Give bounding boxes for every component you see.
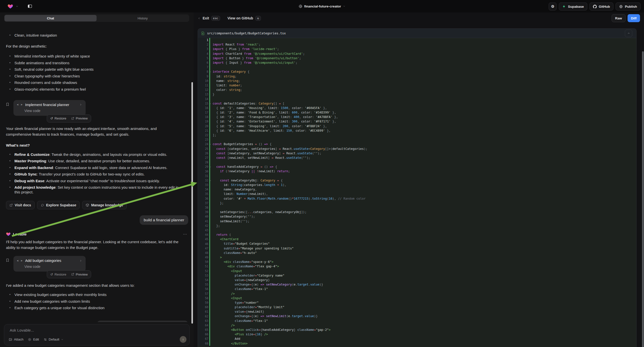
workspace-chevron-down-icon[interactable] — [16, 5, 18, 8]
code-text: className="flex-1" — [210, 287, 268, 291]
code-text: value={newCategory} — [210, 278, 270, 282]
code-line: 54 value={newCategory} — [198, 278, 636, 282]
arrow-up-icon: ↑ — [182, 338, 184, 342]
view-code-link[interactable]: View code — [24, 109, 82, 113]
attach-button[interactable]: Attach — [9, 338, 24, 341]
next-steps-list: Refine & Customize: Tweak the design, an… — [6, 152, 185, 195]
code-text: const [newCategory, setNewCategory] = Re… — [210, 151, 322, 156]
tab-history[interactable]: History — [96, 15, 189, 22]
code-line: 48 className="h-auto" — [198, 251, 636, 255]
version-hover-toolbar: ↺ Restore Preview — [47, 114, 91, 122]
code-text: <Plus size={16} /> — [210, 332, 268, 336]
code-line: 40 setNewCategory(''); — [198, 214, 636, 219]
supabase-button[interactable]: Supabase — [559, 2, 587, 10]
mode-selector[interactable]: Default — [44, 338, 64, 341]
explore-supabase-button[interactable]: Explore Supabase — [37, 201, 80, 209]
lovable-heart-icon — [6, 232, 11, 236]
code-line: 60 placeholder="Monthly limit" — [198, 305, 636, 310]
send-button[interactable]: ↑ — [180, 336, 186, 343]
restore-button[interactable]: ↺ Restore — [48, 116, 68, 121]
project-switcher[interactable]: financial-future-creator — [298, 0, 346, 12]
bookmark-icon[interactable] — [6, 258, 10, 262]
chat-scroll-area[interactable]: Clean, intuitive navigation For the desi… — [0, 24, 194, 322]
top-bar: financial-future-creator ⚙ Supabase GitH… — [0, 0, 644, 12]
code-text: name: newCategory, — [210, 187, 257, 192]
fold-chevron-icon[interactable]: ⌄ — [210, 142, 211, 145]
line-number: 39 — [198, 210, 209, 214]
code-line: 59 type="number" — [198, 300, 636, 305]
line-number: 33 — [198, 183, 209, 187]
project-icon — [298, 4, 302, 8]
project-name: financial-future-creator — [304, 4, 341, 8]
version-card[interactable]: < > Implement financial planner View cod… — [14, 100, 86, 116]
diff-toggle-button[interactable]: Diff — [628, 14, 640, 22]
visit-docs-button[interactable]: Visit docs — [6, 201, 34, 209]
toggle-sidebar-icon[interactable] — [28, 4, 32, 9]
bookmark-icon[interactable] — [6, 102, 10, 106]
code-line: 5import { Button } from '@/components/ui… — [198, 56, 636, 60]
fold-chevron-icon[interactable]: ⌄ — [210, 179, 211, 181]
code-line: 15⌄const defaultCategories: Category[] =… — [198, 101, 636, 106]
line-number: 53 — [198, 273, 209, 278]
code-text: }; — [210, 201, 224, 205]
manage-knowledge-label: Manage knowledge — [91, 203, 123, 207]
message-menu-icon[interactable]: ⋯ — [183, 232, 189, 236]
code-line: 1 — [198, 38, 636, 42]
code-text: color: '#' + Math.floor(Math.random()*16… — [210, 196, 366, 201]
code-text: <div className="flex gap-4"> — [210, 264, 279, 268]
version-card-title: Implement financial planner — [25, 103, 77, 107]
code-line: 42 }; — [198, 224, 636, 228]
code-line: 65 <Button onClick={handleAddCategory} c… — [198, 328, 636, 332]
code-text: { id: '1', name: 'Housing', limit: 1500,… — [210, 106, 327, 110]
fold-chevron-icon[interactable]: ⌄ — [210, 165, 211, 168]
lovable-logo-heart-icon[interactable] — [8, 4, 13, 9]
image-icon — [9, 338, 12, 341]
assistant-name: Lovable — [13, 232, 181, 236]
publish-button[interactable]: Publish — [616, 2, 640, 10]
line-number: 7 — [198, 65, 209, 70]
file-path-bar: src/components/budget/BudgetCategories.t… — [198, 29, 636, 38]
code-scrollbar-thumb[interactable] — [642, 51, 644, 347]
code-line: 10 name: string; — [198, 79, 636, 83]
quick-action-row: Visit docs Explore Supabase Manage knowl… — [6, 201, 189, 209]
manage-knowledge-button[interactable]: Manage knowledge — [82, 201, 126, 209]
preview-button[interactable]: Preview — [69, 272, 90, 277]
list-item: Add new budget categories with custom li… — [8, 299, 189, 304]
version-card[interactable]: < > Add budget categories View code — [14, 256, 86, 272]
raw-toggle-button[interactable]: Raw — [612, 14, 626, 22]
line-number: 67 — [198, 336, 209, 341]
design-bullet-list: Minimalist interface with plenty of whit… — [6, 54, 189, 92]
exit-button[interactable]: Exit ESC — [198, 16, 220, 21]
chat-scrollbar-thumb[interactable] — [192, 82, 193, 324]
fold-chevron-icon[interactable]: ⌄ — [210, 70, 211, 72]
code-text: const handleAddCategory = () => { — [210, 164, 277, 169]
restore-button[interactable]: ↺ Restore — [48, 272, 68, 277]
line-number: 18 — [198, 115, 209, 119]
added-bullet-list: View existing budget categories with the… — [6, 292, 189, 310]
tab-chat[interactable]: Chat — [4, 15, 96, 22]
collapse-file-button[interactable] — [625, 30, 632, 37]
mode-label: Default — [49, 338, 60, 341]
line-number: 10 — [198, 79, 209, 83]
github-button[interactable]: GitHub — [590, 2, 614, 10]
code-text: import React from 'react'; — [210, 42, 261, 47]
assistant-header: Lovable ⋯ — [6, 232, 189, 236]
code-text: subtitle="Manage your spending limits" — [210, 246, 294, 251]
code-line: 17 { id: '2', name: 'Food & Dining', lim… — [198, 110, 636, 115]
settings-button[interactable]: ⚙ — [549, 2, 556, 10]
chat-input[interactable] — [9, 328, 178, 333]
code-line: 3import { Plus } from 'lucide-react'; — [198, 47, 636, 51]
code-line: 39 setCategories([...categories, newCate… — [198, 210, 636, 214]
edit-button[interactable]: Edit — [28, 338, 39, 341]
preview-button[interactable]: Preview — [69, 116, 90, 121]
package-icon — [86, 203, 89, 207]
code-line: 27 const [newLimit, setNewLimit] = React… — [198, 156, 636, 160]
next-step-item: Master Prompting: Use clear, detailed, a… — [8, 158, 185, 163]
fold-chevron-icon[interactable]: ⌄ — [210, 102, 211, 104]
code-line: 61 value={newLimit} — [198, 310, 636, 314]
code-text: { id: '2', name: 'Food & Dining', limit:… — [210, 110, 336, 115]
view-on-github-button[interactable]: View on GitHub G — [228, 16, 261, 21]
code-line: 49 > — [198, 255, 636, 260]
view-code-link[interactable]: View code — [24, 264, 82, 268]
file-path: src/components/budget/BudgetCategories.t… — [207, 31, 622, 35]
